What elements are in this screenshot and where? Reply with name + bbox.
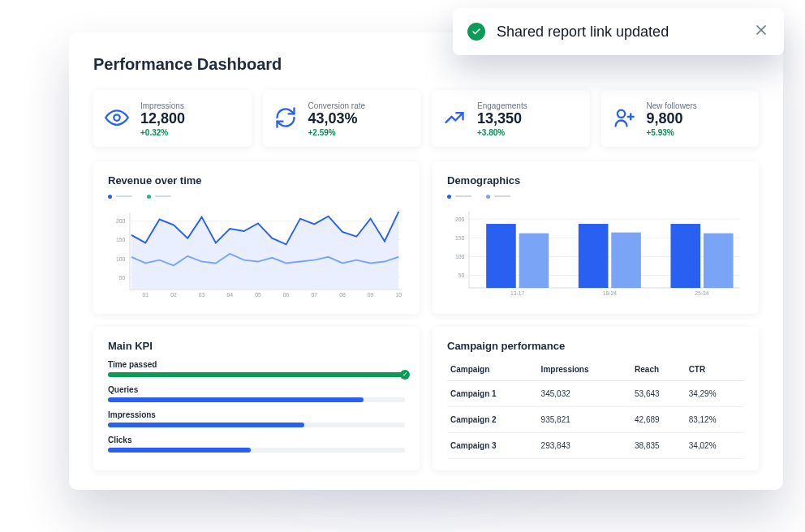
kpi-bar-fill [108,423,304,427]
panel-campaign: Campaign performance CampaignImpressions… [433,327,759,470]
svg-text:13-17: 13-17 [510,290,524,295]
check-badge-icon: ✓ [400,370,410,380]
svg-rect-36 [486,224,516,288]
toast: Shared report link updated [453,8,784,55]
svg-text:200: 200 [116,218,125,224]
svg-text:100: 100 [116,255,125,261]
svg-text:150: 150 [116,237,125,242]
table-row[interactable]: Campaign 2935,82142,68983,12% [447,406,744,432]
table-cell: Campaign 3 [447,432,538,458]
kpi-bar-label: Clicks [108,435,405,444]
svg-text:08: 08 [339,291,346,297]
table-row[interactable]: Campaign 3293,84338,83534,02% [447,432,744,458]
kpi-label: Conversion rate [308,101,366,110]
kpi-delta: +0.32% [140,128,185,137]
svg-text:05: 05 [255,291,261,297]
kpi-bar-item: Time passed✓ [108,360,405,377]
kpi-row: Impressions 12,800 +0.32% Conversion rat… [93,90,759,147]
close-icon[interactable] [753,22,769,41]
svg-text:10: 10 [396,291,402,297]
table-cell: 345,032 [538,380,631,406]
kpi-bar-track [108,423,405,427]
table-cell: 34,29% [686,380,744,406]
kpi-value: 12,800 [140,110,185,128]
svg-text:01: 01 [142,291,149,297]
panel-title: Demographics [447,174,744,187]
table-cell: Campaign 2 [447,406,538,432]
svg-text:09: 09 [368,291,374,297]
kpi-card-impressions[interactable]: Impressions 12,800 +0.32% [93,90,252,147]
kpi-card-followers[interactable]: New followers 9,800 +5.93% [601,90,760,147]
panel-revenue: Revenue over time 200 150 100 50 [93,161,420,314]
trend-up-icon [443,106,466,132]
table-cell: 53,643 [631,380,686,406]
kpi-value: 9,800 [647,110,697,128]
kpi-bar-item: Queries [108,385,405,402]
panel-title: Campaign performance [447,340,744,352]
kpi-label: Engagements [477,101,527,110]
bar-chart: 200 150 100 50 13-17 18-24 [447,204,744,298]
kpi-delta: +3.80% [477,128,527,137]
legend-item [447,195,471,199]
eye-icon [105,105,129,133]
kpi-bar-item: Clicks [108,435,405,453]
panel-title: Main KPI [108,340,405,352]
table-cell: 42,689 [631,406,686,432]
user-plus-icon [613,106,635,132]
svg-rect-41 [704,233,734,287]
kpi-label: New followers [647,101,697,110]
panel-demographics: Demographics 200 150 100 50 [433,161,759,314]
svg-text:100: 100 [455,254,464,260]
table-header: Impressions [538,360,631,381]
svg-text:25-34: 25-34 [695,290,708,295]
svg-text:07: 07 [312,291,318,297]
table-header: CTR [686,360,744,381]
kpi-bar-fill [108,397,364,402]
toast-text: Shared report link updated [497,24,742,41]
kpi-bar-item: Impressions [108,410,405,427]
kpi-value: 43,03% [308,110,366,128]
svg-text:06: 06 [283,291,290,297]
kpi-bar-track [108,448,405,453]
table-row[interactable]: Campaign 1345,03253,64334,29% [447,380,744,406]
panel-title: Revenue over time [108,174,405,187]
svg-rect-40 [670,224,700,288]
table-cell: 34,02% [686,432,744,458]
kpi-card-conversion[interactable]: Conversion rate 43,03% +2.59% [263,90,421,147]
svg-point-2 [114,114,120,121]
kpi-card-engagements[interactable]: Engagements 13,350 +3.80% [432,90,590,147]
svg-rect-39 [611,232,641,287]
svg-point-3 [617,109,624,117]
svg-text:02: 02 [170,291,177,297]
svg-text:03: 03 [199,291,205,297]
kpi-bar-label: Impressions [108,410,405,419]
svg-text:04: 04 [227,291,234,297]
table-cell: 935,821 [538,406,631,432]
kpi-bar-track [108,397,405,402]
kpi-label: Impressions [140,101,185,110]
check-circle-icon [467,23,485,41]
table-header: Reach [631,360,686,381]
table-cell: 83,12% [686,406,744,432]
panel-main-kpi: Main KPI Time passed✓QueriesImpressionsC… [93,327,420,470]
refresh-icon [274,106,297,132]
chart-legend [447,195,744,199]
svg-text:200: 200 [455,217,464,222]
svg-text:18-24: 18-24 [603,290,617,295]
kpi-delta: +5.93% [647,128,697,137]
svg-text:50: 50 [119,274,126,280]
svg-rect-37 [519,233,549,287]
kpi-bar-label: Time passed [108,360,405,369]
kpi-delta: +2.59% [308,128,366,137]
legend-item [147,195,171,199]
legend-item [108,195,132,199]
chart-legend [108,195,405,199]
table-cell: Campaign 1 [447,380,538,406]
page-title: Performance Dashboard [93,55,759,74]
kpi-bar-track: ✓ [108,372,405,377]
table-cell: 293,843 [538,432,631,458]
table-header: Campaign [447,360,538,381]
legend-item [486,195,510,199]
campaign-table: CampaignImpressionsReachCTR Campaign 134… [447,360,744,459]
svg-text:150: 150 [455,235,464,241]
